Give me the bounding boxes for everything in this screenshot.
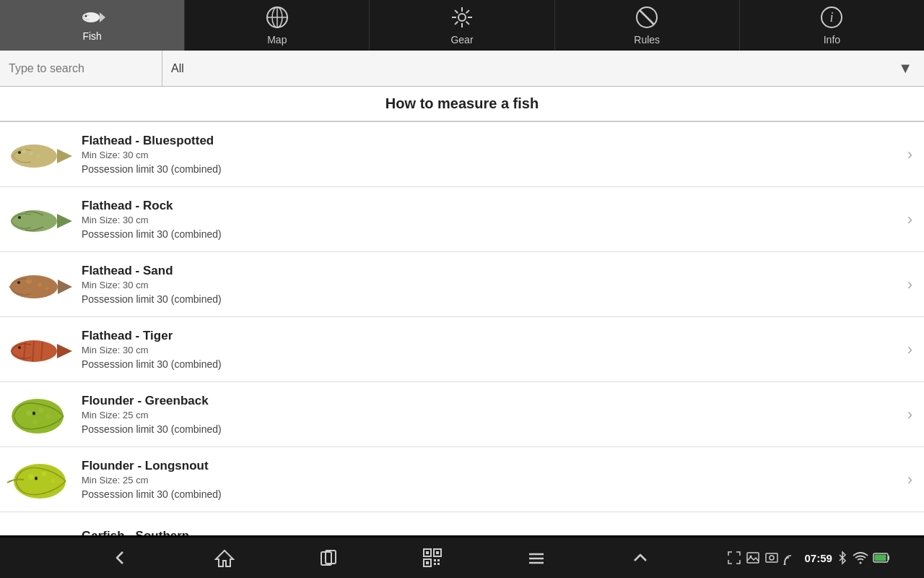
- map-icon: [266, 6, 289, 33]
- svg-text:i: i: [830, 10, 834, 25]
- tab-map-label: Map: [267, 34, 287, 46]
- fish-item-0[interactable]: Flathead - Bluespotted Min Size: 30 cm P…: [0, 122, 924, 187]
- svg-rect-65: [437, 559, 440, 561]
- svg-point-51: [51, 479, 55, 483]
- back-button[interactable]: [102, 542, 138, 574]
- svg-point-74: [770, 556, 774, 560]
- recents-button[interactable]: [310, 542, 346, 574]
- svg-rect-61: [426, 551, 429, 554]
- tab-fish-label: Fish: [82, 30, 101, 42]
- fish-info-5: Flounder - Longsnout Min Size: 25 cm Pos…: [76, 456, 907, 503]
- fish-chevron-3: ›: [907, 340, 924, 359]
- svg-point-29: [10, 275, 58, 298]
- tab-gear[interactable]: Gear: [370, 0, 554, 51]
- fish-info-2: Flathead - Sand Min Size: 30 cm Possessi…: [76, 261, 907, 308]
- fish-chevron-6: ›: [907, 534, 924, 535]
- fish-list: Flathead - Bluespotted Min Size: 30 cm P…: [0, 122, 924, 535]
- scroll-up-button[interactable]: [622, 542, 658, 574]
- screenshot-icon: [764, 551, 779, 565]
- fish-name-5: Flounder - Longsnout: [82, 459, 902, 473]
- svg-marker-21: [57, 149, 72, 163]
- fish-item-4[interactable]: Flounder - Greenback Min Size: 25 cm Pos…: [0, 382, 924, 447]
- svg-rect-73: [766, 553, 777, 562]
- svg-point-7: [458, 14, 466, 21]
- fish-size-0: Min Size: 30 cm: [82, 150, 902, 160]
- measure-banner-text: How to measure a fish: [385, 95, 539, 111]
- svg-point-47: [14, 464, 66, 499]
- svg-marker-55: [216, 551, 233, 566]
- tab-info[interactable]: i Info: [740, 0, 924, 51]
- svg-rect-66: [434, 563, 436, 565]
- fish-thumbnail-2: [0, 259, 76, 310]
- svg-rect-67: [437, 563, 440, 565]
- svg-point-26: [11, 210, 57, 232]
- filter-dropdown-container[interactable]: All ▼: [162, 51, 924, 86]
- svg-point-28: [18, 216, 21, 219]
- image-icon: [746, 551, 760, 565]
- gear-icon: [450, 6, 474, 33]
- svg-point-25: [37, 155, 40, 158]
- tab-rules-label: Rules: [634, 34, 660, 46]
- svg-point-46: [33, 419, 38, 424]
- svg-rect-71: [747, 553, 759, 563]
- fish-size-5: Min Size: 25 cm: [82, 475, 902, 486]
- filter-select[interactable]: All: [171, 62, 915, 74]
- fish-size-3: Min Size: 30 cm: [82, 345, 902, 355]
- fish-possession-5: Possession limit 30 (combined): [82, 488, 902, 500]
- menu-button[interactable]: [518, 542, 554, 574]
- svg-point-48: [35, 476, 38, 480]
- search-input[interactable]: [0, 51, 162, 86]
- home-button[interactable]: [206, 542, 243, 574]
- fish-info-6: Garfish - Southern Min Size: 25 cm: [76, 526, 907, 536]
- fish-chevron-0: ›: [907, 145, 924, 164]
- fish-size-1: Min Size: 30 cm: [82, 215, 902, 225]
- svg-point-0: [82, 12, 100, 22]
- search-filter-bar: All ▼: [0, 51, 924, 87]
- fish-item-3[interactable]: Flathead - Tiger Min Size: 30 cm Possess…: [0, 317, 924, 382]
- fish-possession-4: Possession limit 30 (combined): [82, 423, 902, 435]
- fish-chevron-5: ›: [907, 470, 924, 489]
- tab-map[interactable]: Map: [185, 0, 370, 51]
- svg-rect-63: [426, 561, 429, 564]
- wifi-icon: [853, 551, 868, 564]
- bottom-navigation: 07:59: [0, 538, 924, 578]
- svg-rect-79: [874, 555, 886, 561]
- fish-item-2[interactable]: Flathead - Sand Min Size: 30 cm Possessi…: [0, 252, 924, 317]
- fish-item-6[interactable]: Garfish - Southern Min Size: 25 cm ›: [0, 512, 924, 535]
- svg-marker-30: [58, 280, 72, 294]
- svg-line-14: [466, 10, 469, 13]
- fish-name-4: Flounder - Greenback: [82, 394, 902, 408]
- fish-thumbnail-5: [0, 454, 76, 505]
- status-time: 07:59: [805, 552, 832, 564]
- qr-button[interactable]: [414, 542, 450, 574]
- fish-thumbnail-1: [0, 194, 76, 245]
- tab-rules[interactable]: Rules: [555, 0, 740, 51]
- tab-info-label: Info: [824, 34, 840, 46]
- svg-point-50: [42, 471, 47, 476]
- fish-item-1[interactable]: Flathead - Rock Min Size: 30 cm Possessi…: [0, 187, 924, 252]
- battery-icon: [873, 553, 890, 563]
- svg-line-12: [455, 10, 458, 13]
- svg-point-24: [30, 151, 33, 155]
- fish-chevron-1: ›: [907, 210, 924, 229]
- fish-possession-0: Possession limit 30 (combined): [82, 163, 902, 175]
- fish-name-0: Flathead - Bluespotted: [82, 134, 902, 148]
- status-bar-right: 07:59: [727, 551, 890, 565]
- svg-point-31: [17, 281, 20, 284]
- fish-item-5[interactable]: Flounder - Longsnout Min Size: 25 cm Pos…: [0, 447, 924, 512]
- svg-point-76: [859, 562, 861, 564]
- svg-point-43: [26, 410, 32, 416]
- svg-point-37: [18, 346, 21, 349]
- svg-line-17: [640, 10, 654, 25]
- fish-thumbnail-3: [0, 324, 76, 375]
- svg-point-75: [783, 564, 785, 566]
- svg-rect-78: [888, 556, 889, 560]
- bluetooth-icon: [837, 551, 848, 565]
- svg-marker-36: [57, 344, 72, 358]
- fish-thumbnail-6: [0, 518, 76, 535]
- svg-point-45: [46, 414, 51, 418]
- fish-name-3: Flathead - Tiger: [82, 329, 902, 343]
- tab-fish[interactable]: Fish: [0, 0, 185, 51]
- fish-name-2: Flathead - Sand: [82, 264, 902, 278]
- svg-point-20: [11, 144, 57, 168]
